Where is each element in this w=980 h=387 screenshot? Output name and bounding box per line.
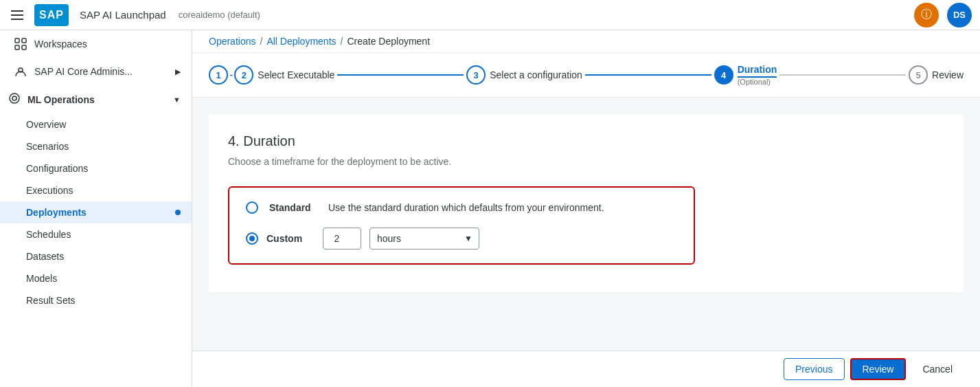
step-3-label: Select a configuration <box>490 69 582 80</box>
step-connector-4-5 <box>779 74 906 76</box>
breadcrumb-sep-1: / <box>260 36 262 47</box>
breadcrumb: Operations / All Deployments / Create De… <box>192 30 980 53</box>
step-2-circle: 2 <box>234 65 253 85</box>
svg-rect-1 <box>22 38 26 43</box>
svg-rect-3 <box>22 45 26 49</box>
breadcrumb-create-deployment: Create Deployment <box>347 36 430 47</box>
hamburger-icon[interactable] <box>8 8 26 23</box>
sidebar-item-datasets[interactable]: Datasets <box>0 245 192 267</box>
sidebar-item-workspaces[interactable]: Workspaces <box>0 30 192 58</box>
info-icon-button[interactable]: ⓘ <box>914 3 939 27</box>
step-1-circle: 1 <box>209 65 228 85</box>
step-1-2-dash: - <box>229 69 233 81</box>
ml-ops-icon <box>8 92 21 107</box>
sidebar-item-overview[interactable]: Overview <box>0 113 192 135</box>
custom-duration-input[interactable] <box>323 228 361 250</box>
ml-ops-chevron-icon: ▼ <box>173 96 181 104</box>
workspaces-icon <box>14 37 27 51</box>
sidebar-label-workspaces: Workspaces <box>34 38 87 49</box>
page-footer: Previous Review Cancel <box>192 351 980 387</box>
svg-point-5 <box>10 93 19 103</box>
step-3: 3 Select a configuration <box>466 65 582 85</box>
duration-card: 4. Duration Choose a timeframe for the d… <box>209 114 964 292</box>
step-4-circle: 4 <box>714 65 733 85</box>
duration-unit-select-wrap: minutes hours days ▼ <box>369 228 479 250</box>
step-4-sublabel: (Optional) <box>738 78 777 86</box>
sidebar-item-scenarios[interactable]: Scenarios <box>0 135 192 157</box>
step-4-label: Duration <box>738 64 777 78</box>
step-1: 1 <box>209 65 228 85</box>
step-4: 4 Duration (Optional) <box>714 64 777 86</box>
top-header: SAP SAP AI Launchpad coreaidemo (default… <box>0 0 980 30</box>
sidebar-label-ml-ops: ML Operations <box>27 94 95 105</box>
admin-chevron-icon: ▶ <box>175 67 181 76</box>
main-layout: Workspaces SAP AI Core Adminis... ▶ ML O… <box>0 30 980 387</box>
tenant-name: coreaidemo (default) <box>179 10 260 20</box>
sidebar-item-configurations[interactable]: Configurations <box>0 157 192 179</box>
breadcrumb-sep-2: / <box>341 36 343 47</box>
sap-logo: SAP <box>34 4 69 26</box>
sidebar-item-executions[interactable]: Executions <box>0 179 192 201</box>
custom-option-row: Custom minutes hours days ▼ <box>246 228 677 250</box>
sidebar-section-ml-operations[interactable]: ML Operations ▼ <box>0 85 192 113</box>
duration-options-box: Standard Use the standard duration which… <box>228 186 695 265</box>
sidebar-label-admin: SAP AI Core Adminis... <box>34 66 133 77</box>
review-button[interactable]: Review <box>850 358 907 380</box>
breadcrumb-operations[interactable]: Operations <box>209 36 255 47</box>
sidebar-item-deployments[interactable]: Deployments <box>0 201 192 223</box>
custom-radio[interactable] <box>246 232 258 245</box>
user-initials: DS <box>953 10 966 20</box>
step-2-label: Select Executable <box>258 69 334 80</box>
sidebar-item-models[interactable]: Models <box>0 267 192 289</box>
sidebar-item-result-sets[interactable]: Result Sets <box>0 289 192 311</box>
duration-title: 4. Duration <box>228 133 944 149</box>
standard-description: Use the standard duration which defaults… <box>328 202 604 213</box>
sidebar-item-admin[interactable]: SAP AI Core Adminis... ▶ <box>0 58 192 85</box>
standard-label: Standard <box>269 202 317 213</box>
step-5-circle: 5 <box>909 65 928 85</box>
duration-unit-select[interactable]: minutes hours days <box>369 228 479 250</box>
svg-point-6 <box>12 96 16 100</box>
user-avatar-button[interactable]: DS <box>947 3 972 27</box>
step-5: 5 Review <box>909 65 964 85</box>
admin-icon <box>14 65 27 78</box>
step-connector-2-3 <box>337 74 464 76</box>
info-icon: ⓘ <box>921 8 932 22</box>
svg-rect-0 <box>15 38 19 43</box>
cancel-button[interactable]: Cancel <box>911 358 964 380</box>
breadcrumb-all-deployments[interactable]: All Deployments <box>266 36 336 47</box>
step-2: 2 Select Executable <box>234 65 334 85</box>
standard-radio[interactable] <box>246 201 258 214</box>
sidebar: Workspaces SAP AI Core Adminis... ▶ ML O… <box>0 30 192 387</box>
step-connector-3-4 <box>585 74 711 76</box>
app-title: SAP AI Launchpad <box>80 9 166 21</box>
svg-rect-2 <box>15 45 19 49</box>
wizard-steps: 1 - 2 Select Executable 3 Select a confi… <box>192 53 980 98</box>
duration-subtitle: Choose a timeframe for the deployment to… <box>228 156 944 167</box>
standard-option-row: Standard Use the standard duration which… <box>246 201 677 214</box>
step-3-circle: 3 <box>466 65 486 85</box>
step-5-label: Review <box>932 69 964 80</box>
content-area: Operations / All Deployments / Create De… <box>192 30 980 387</box>
custom-label: Custom <box>266 233 315 244</box>
page-content: 4. Duration Choose a timeframe for the d… <box>192 98 980 351</box>
previous-button[interactable]: Previous <box>784 358 844 380</box>
sidebar-item-schedules[interactable]: Schedules <box>0 223 192 245</box>
